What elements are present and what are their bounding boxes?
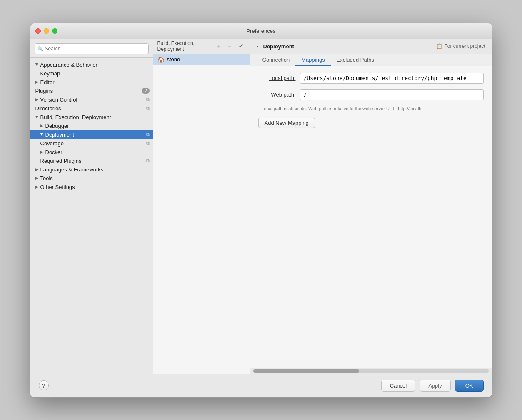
sidebar-item-deployment[interactable]: ▶ Deployment ⧉ (30, 130, 153, 139)
sidebar-item-directories[interactable]: Directories ⧉ (30, 104, 153, 113)
sidebar-item-label: Keymap (40, 70, 60, 77)
local-path-input[interactable] (300, 73, 484, 84)
tabs-bar: Connection Mappings Excluded Paths (250, 54, 492, 66)
server-name: stone (167, 56, 180, 62)
expand-icon: ▶ (35, 63, 39, 66)
copy-icon: ⧉ (146, 97, 150, 102)
web-path-row: Web path: (258, 89, 484, 100)
server-list: 🏠 stone (153, 54, 250, 374)
list-panel: Build, Execution, Deployment + − ✓ 🏠 sto… (153, 39, 250, 374)
local-path-row: Local path: (258, 73, 484, 84)
footer-actions: Cancel Apply OK (381, 380, 484, 392)
expand-icon: ▶ (35, 116, 39, 119)
detail-header: › Deployment 📋 For current project (250, 39, 492, 54)
sidebar-item-docker[interactable]: ▶ Docker (30, 148, 153, 157)
scrollbar-thumb (253, 369, 359, 373)
sidebar-item-keymap[interactable]: Keymap (30, 69, 153, 78)
ok-button[interactable]: OK (455, 380, 484, 392)
traffic-lights (35, 28, 57, 34)
sidebar-nav: ▶ Appearance & Behavior Keymap ▶ Editor … (30, 58, 153, 374)
sidebar-item-languages[interactable]: ▶ Languages & Frameworks (30, 165, 153, 174)
sidebar-item-label: Tools (40, 175, 53, 181)
sidebar-item-label: Editor (40, 79, 55, 85)
copy-icon: ⧉ (146, 106, 150, 111)
sidebar-item-label: Plugins (35, 88, 53, 94)
collapse-icon: ▶ (40, 150, 43, 154)
apply-button[interactable]: Apply (420, 380, 451, 392)
horizontal-scrollbar[interactable] (250, 368, 492, 374)
remove-server-button[interactable]: − (226, 42, 233, 50)
middle-area: Build, Execution, Deployment + − ✓ 🏠 sto… (153, 39, 492, 374)
preferences-window: Preferences 🔍 ▶ Appearance & Behavior Ke… (30, 23, 492, 398)
collapse-icon: ▶ (35, 80, 38, 84)
tab-connection[interactable]: Connection (257, 54, 296, 66)
tab-mappings[interactable]: Mappings (295, 54, 330, 66)
list-breadcrumb: Build, Execution, Deployment (157, 40, 212, 52)
window-title: Preferences (246, 28, 275, 34)
scrollbar-track (253, 369, 489, 373)
server-icon: 🏠 (157, 56, 165, 63)
search-icon: 🔍 (37, 46, 43, 51)
web-path-label: Web path: (258, 92, 300, 98)
sidebar-item-editor[interactable]: ▶ Editor (30, 78, 153, 87)
sidebar-item-label: Build, Execution, Deployment (40, 114, 111, 120)
add-new-mapping-button[interactable]: Add New Mapping (258, 118, 315, 128)
search-input[interactable] (35, 43, 149, 54)
copy-icon: ⧉ (146, 158, 150, 164)
maximize-button[interactable] (52, 28, 57, 34)
right-panel: Build, Execution, Deployment + − ✓ 🏠 sto… (153, 39, 492, 374)
expand-icon: ▶ (40, 133, 44, 136)
cancel-button[interactable]: Cancel (381, 380, 415, 392)
sidebar-item-label: Required Plugins (40, 158, 82, 164)
sidebar-item-label: Version Control (40, 97, 77, 103)
sidebar: 🔍 ▶ Appearance & Behavior Keymap ▶ Edito… (30, 39, 153, 374)
local-path-label: Local path: (258, 75, 300, 81)
sidebar-item-tools[interactable]: ▶ Tools (30, 174, 153, 183)
minimize-button[interactable] (44, 28, 49, 34)
confirm-button[interactable]: ✓ (237, 42, 245, 50)
detail-body: Local path: Web path: Local path is abso… (250, 66, 492, 368)
copy-icon: ⧉ (146, 141, 150, 146)
sidebar-item-debugger[interactable]: ▶ Debugger (30, 122, 153, 130)
help-button[interactable]: ? (39, 380, 49, 390)
list-toolbar: Build, Execution, Deployment + − ✓ (153, 39, 250, 54)
sidebar-item-appearance[interactable]: ▶ Appearance & Behavior (30, 60, 153, 69)
collapse-icon: ▶ (35, 185, 38, 189)
breadcrumb-current: Deployment (263, 43, 294, 50)
sidebar-item-build-execution[interactable]: ▶ Build, Execution, Deployment (30, 113, 153, 122)
hint-text: Local path is absolute. Web path is rela… (258, 106, 484, 111)
breadcrumb-arrow: › (257, 43, 258, 49)
project-icon: 📋 (436, 43, 442, 49)
expand-icon: ▶ (35, 97, 38, 102)
collapse-icon: ▶ (35, 176, 38, 180)
sidebar-item-label: Other Settings (40, 184, 75, 190)
sidebar-item-plugins[interactable]: Plugins 2 (30, 87, 153, 95)
sidebar-item-label: Debugger (45, 123, 69, 129)
search-bar: 🔍 (30, 39, 153, 58)
sidebar-item-coverage[interactable]: Coverage ⧉ (30, 139, 153, 148)
collapse-icon: ▶ (35, 167, 38, 171)
sidebar-item-label: Docker (45, 149, 62, 155)
collapse-icon: ▶ (40, 124, 43, 128)
add-server-button[interactable]: + (215, 42, 222, 50)
sidebar-item-label: Appearance & Behavior (40, 62, 97, 68)
server-item-stone[interactable]: 🏠 stone (153, 54, 250, 65)
main-content: 🔍 ▶ Appearance & Behavior Keymap ▶ Edito… (30, 39, 492, 374)
sidebar-item-label: Languages & Frameworks (40, 167, 104, 173)
detail-panel: › Deployment 📋 For current project Conne… (250, 39, 492, 374)
for-current-project: 📋 For current project (436, 43, 485, 49)
sidebar-item-label: Coverage (40, 140, 64, 147)
sidebar-item-version-control[interactable]: ▶ Version Control ⧉ (30, 95, 153, 104)
close-button[interactable] (35, 28, 41, 34)
web-path-input[interactable] (300, 89, 484, 100)
sidebar-item-other-settings[interactable]: ▶ Other Settings (30, 183, 153, 191)
title-bar: Preferences (30, 23, 492, 39)
sidebar-item-required-plugins[interactable]: Required Plugins ⧉ (30, 157, 153, 165)
sidebar-item-label: Deployment (45, 132, 74, 138)
footer: ? Cancel Apply OK (30, 374, 492, 397)
plugins-badge: 2 (142, 88, 149, 94)
tab-excluded-paths[interactable]: Excluded Paths (331, 54, 380, 66)
copy-icon: ⧉ (146, 132, 150, 137)
sidebar-item-label: Directories (35, 105, 61, 112)
